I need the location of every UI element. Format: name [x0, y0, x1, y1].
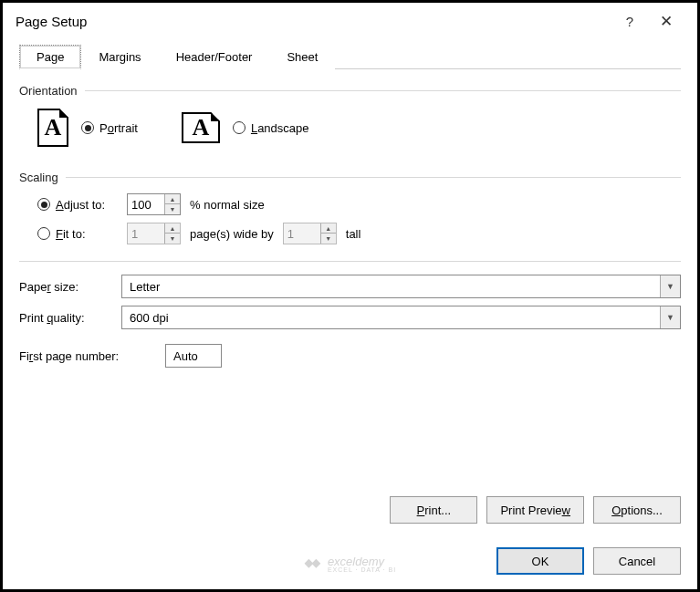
spin-up-icon[interactable]: ▲ [165, 194, 180, 204]
first-page-input[interactable] [165, 344, 222, 368]
spinner-buttons: ▲ ▼ [164, 194, 180, 214]
chevron-down-icon[interactable]: ▼ [660, 275, 680, 297]
paper-size-row: Paper size: ▼ [19, 275, 681, 298]
spin-up-icon[interactable]: ▲ [165, 223, 180, 234]
fit-to-radio[interactable]: Fit to: [37, 227, 118, 241]
print-button[interactable]: Print... [390, 496, 477, 524]
fit-to-label: Fit to: [56, 227, 86, 241]
first-page-row: First page number: [19, 344, 681, 368]
print-quality-label: Print quality: [19, 311, 121, 325]
adjust-to-spinner[interactable]: ▲ ▼ [127, 193, 181, 215]
action-buttons: Print... Print Preview Options... [390, 496, 681, 524]
dialog-title: Page Setup [16, 14, 611, 29]
tab-strip: Page Margins Header/Footer Sheet [19, 44, 681, 69]
print-quality-row: Print quality: ▼ [19, 306, 681, 329]
fit-wide-input[interactable] [128, 225, 164, 243]
radio-icon [37, 198, 50, 211]
landscape-page-icon: A [182, 112, 220, 143]
print-preview-button[interactable]: Print Preview [486, 496, 584, 524]
paper-size-combo[interactable]: ▼ [121, 275, 681, 298]
tab-page[interactable]: Page [19, 45, 81, 69]
radio-icon [37, 227, 50, 240]
cancel-button[interactable]: Cancel [593, 547, 681, 575]
spinner-buttons: ▲ ▼ [320, 223, 336, 244]
page-setup-dialog: Page Setup ? ✕ Page Margins Header/Foote… [0, 0, 700, 592]
titlebar: Page Setup ? ✕ [3, 3, 697, 42]
fit-to-row: Fit to: ▲ ▼ page(s) wide by ▲ ▼ tall [19, 219, 681, 248]
adjust-to-suffix: % normal size [190, 198, 265, 212]
paper-size-label: Paper size: [19, 280, 121, 294]
fit-tall-spinner[interactable]: ▲ ▼ [283, 223, 337, 244]
print-quality-combo[interactable]: ▼ [121, 306, 681, 329]
fit-mid-text: page(s) wide by [190, 227, 274, 241]
spin-down-icon[interactable]: ▼ [165, 204, 180, 214]
spinner-buttons: ▲ ▼ [164, 223, 180, 244]
spin-up-icon[interactable]: ▲ [321, 223, 336, 234]
divider [19, 261, 681, 262]
dialog-footer: OK Cancel [3, 547, 697, 589]
adjust-to-row: Adjust to: ▲ ▼ % normal size [19, 190, 681, 219]
fit-wide-spinner[interactable]: ▲ ▼ [127, 223, 181, 244]
portrait-radio[interactable]: Portrait [81, 121, 138, 135]
spin-down-icon[interactable]: ▼ [321, 234, 336, 244]
landscape-radio-label: Landscape [251, 121, 309, 135]
tab-margins[interactable]: Margins [81, 45, 158, 69]
close-button[interactable]: ✕ [648, 12, 684, 31]
landscape-radio[interactable]: Landscape [233, 121, 309, 135]
ok-button[interactable]: OK [496, 547, 584, 575]
first-page-label: First page number: [19, 349, 165, 363]
options-button[interactable]: Options... [593, 496, 681, 524]
orientation-label: Orientation [19, 84, 681, 98]
radio-icon [81, 121, 94, 134]
scaling-label: Scaling [19, 171, 681, 184]
portrait-radio-label: Portrait [99, 121, 138, 135]
adjust-to-input[interactable] [128, 196, 164, 213]
help-button[interactable]: ? [611, 14, 648, 29]
chevron-down-icon[interactable]: ▼ [660, 306, 680, 328]
orientation-group: A Portrait A Landscape [19, 103, 681, 156]
spin-down-icon[interactable]: ▼ [165, 234, 180, 244]
portrait-page-icon: A [37, 109, 68, 147]
adjust-to-radio[interactable]: Adjust to: [37, 198, 118, 212]
paper-size-input[interactable] [122, 275, 660, 297]
fit-tall-suffix: tall [346, 227, 361, 241]
adjust-to-label: Adjust to: [56, 198, 105, 212]
fit-tall-input[interactable] [284, 225, 320, 243]
radio-icon [233, 121, 246, 134]
tab-sheet[interactable]: Sheet [269, 45, 335, 69]
dialog-content: Page Margins Header/Footer Sheet Orienta… [3, 42, 697, 589]
tab-header-footer[interactable]: Header/Footer [159, 45, 270, 69]
print-quality-input[interactable] [122, 306, 660, 328]
